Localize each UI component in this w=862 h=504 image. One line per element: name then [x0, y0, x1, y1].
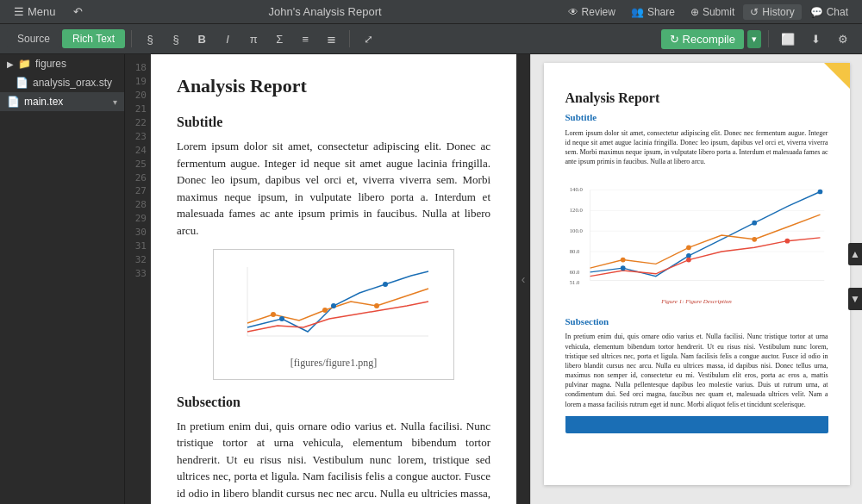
editor-area[interactable]: Analysis Report Subtitle Lorem ipsum dol…	[151, 54, 516, 504]
sidebar-label-figures: figures	[35, 58, 66, 70]
list-unordered-btn[interactable]: ≡	[293, 28, 317, 50]
svg-point-3	[331, 303, 336, 308]
line-18: 18	[125, 61, 150, 75]
line-20: 20	[125, 89, 150, 103]
chevron-right-icon: ▶	[7, 59, 14, 69]
recompile-dropdown[interactable]: ▾	[747, 30, 761, 48]
download-btn[interactable]: ⬇	[803, 28, 828, 50]
figure-caption: [figures/figure1.png]	[222, 355, 445, 370]
document-title: John's Analysis Report	[93, 5, 558, 18]
editor-preview-handle[interactable]: ‹	[516, 54, 530, 504]
chat-button[interactable]: 💬 Chat	[803, 4, 855, 20]
svg-point-27	[686, 257, 691, 262]
sidebar-item-main[interactable]: 📄 main.tex ▾	[0, 92, 124, 111]
section-btn-1[interactable]: §	[138, 28, 162, 50]
file-icon-main: 📄	[7, 96, 20, 108]
hamburger-icon: ☰	[14, 5, 24, 18]
richtext-tab[interactable]: Rich Text	[62, 29, 125, 48]
toolbar: Source Rich Text § § B I π Σ ≡ ≣ ⤢ ↻ Rec…	[0, 24, 862, 54]
sidebar-item-figures[interactable]: ▶ 📁 figures	[0, 54, 124, 73]
page-corner-fold	[824, 63, 850, 89]
nav-up-arrow[interactable]: ▲	[848, 243, 862, 265]
svg-text:51.0: 51.0	[569, 279, 579, 285]
preview-page: Analysis Report Subtitle Lorem ipsum dol…	[544, 63, 850, 485]
format-buttons: § § B I π Σ ≡ ≣	[138, 28, 343, 50]
chat-label: Chat	[827, 6, 848, 18]
line-29: 29	[125, 212, 150, 226]
line-19: 19	[125, 75, 150, 89]
svg-point-5	[271, 312, 276, 317]
svg-text:140.0: 140.0	[569, 186, 583, 192]
section-btn-2[interactable]: §	[164, 28, 188, 50]
svg-point-4	[383, 282, 388, 287]
line-26: 26	[125, 171, 150, 185]
svg-point-7	[374, 303, 379, 308]
nav-down-arrow[interactable]: ▼	[848, 288, 862, 310]
toolbar-separator-1	[131, 30, 132, 47]
share-label: Share	[647, 6, 675, 18]
share-button[interactable]: 👥 Share	[624, 4, 682, 20]
expand-btn[interactable]: ⤢	[356, 28, 380, 50]
toolbar-separator-2	[349, 30, 350, 47]
editor-content: Analysis Report Subtitle Lorem ipsum dol…	[151, 54, 516, 504]
line-33: 33	[125, 267, 150, 281]
editor-body1: Lorem ipsum dolor sit amet, consectetur …	[177, 138, 490, 239]
preview-body2: In pretium enim dui, quis ornare odio va…	[565, 332, 828, 409]
recompile-button[interactable]: ↻ Recompile	[661, 29, 744, 49]
submit-label: Submit	[703, 6, 734, 18]
pi-btn[interactable]: π	[241, 28, 265, 50]
bold-btn[interactable]: B	[190, 28, 214, 50]
line-31: 31	[125, 240, 150, 253]
editor-subsection: Subsection	[177, 392, 490, 413]
line-25: 25	[125, 158, 150, 171]
toolbar-separator-3	[768, 30, 769, 47]
line-22: 22	[125, 116, 150, 130]
undo-button[interactable]: ↶	[66, 3, 90, 20]
review-button[interactable]: 👁 Review	[561, 4, 622, 20]
svg-point-26	[752, 236, 757, 241]
menu-label: Menu	[28, 5, 56, 18]
review-label: Review	[582, 6, 615, 18]
mini-chart	[230, 258, 437, 345]
history-button[interactable]: ↺ History	[743, 4, 801, 20]
svg-point-24	[620, 257, 625, 262]
line-27: 27	[125, 184, 150, 198]
settings-btn[interactable]: ⚙	[831, 28, 855, 50]
sidebar-item-sty[interactable]: 📄 analysis_orax.sty	[0, 73, 124, 92]
svg-text:100.0: 100.0	[569, 227, 583, 233]
line-numbers-panel: 18 19 20 21 22 23 24 25 26 27 28 29 30 3…	[125, 54, 151, 504]
svg-text:80.0: 80.0	[569, 248, 579, 254]
menu-button[interactable]: ☰ Menu	[7, 3, 63, 20]
main-area: ▶ 📁 figures 📄 analysis_orax.sty 📄 main.t…	[0, 54, 862, 504]
sigma-btn[interactable]: Σ	[267, 28, 291, 50]
toolbar-right: ↻ Recompile ▾ ⬜ ⬇ ⚙	[661, 28, 855, 50]
top-menu-bar: ☰ Menu ↶ John's Analysis Report 👁 Review…	[0, 0, 862, 24]
line-23: 23	[125, 130, 150, 144]
svg-point-6	[322, 308, 328, 313]
review-icon: 👁	[568, 6, 578, 18]
view-tabs: Source Rich Text	[7, 29, 125, 48]
top-right-actions: 👁 Review 👥 Share ⊕ Submit ↺ History 💬 Ch…	[561, 4, 855, 20]
sidebar-label-main: main.tex	[24, 96, 63, 108]
download-pdf-btn[interactable]: ⬜	[776, 28, 800, 50]
history-label: History	[762, 6, 794, 18]
preview-body1: Lorem ipsum dolor sit amet, consectetur …	[565, 128, 828, 167]
editor-panel: 18 19 20 21 22 23 24 25 26 27 28 29 30 3…	[125, 54, 530, 504]
source-tab[interactable]: Source	[7, 29, 60, 48]
preview-chart: 140.0 120.0 100.0 80.0 60.0 51.0	[565, 179, 828, 291]
svg-point-25	[686, 245, 691, 250]
undo-icon: ↶	[73, 5, 83, 18]
list-ordered-btn[interactable]: ≣	[319, 28, 343, 50]
editor-body2: In pretium enim dui, quis ornare odio va…	[177, 418, 490, 505]
line-21: 21	[125, 103, 150, 116]
share-icon: 👥	[631, 6, 644, 18]
preview-subtitle: Subtitle	[565, 111, 828, 124]
chat-icon: 💬	[810, 6, 823, 18]
italic-btn[interactable]: I	[216, 28, 240, 50]
svg-point-28	[784, 238, 790, 243]
svg-point-23	[817, 189, 822, 194]
handle-icon: ‹	[522, 272, 526, 286]
svg-point-20	[620, 265, 625, 271]
submit-button[interactable]: ⊕ Submit	[684, 4, 741, 20]
line-28: 28	[125, 198, 150, 212]
